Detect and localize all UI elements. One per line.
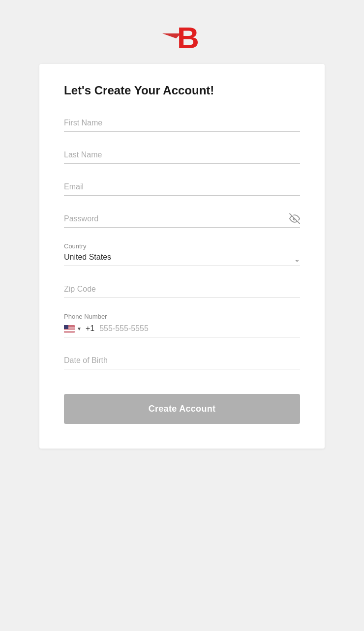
password-input[interactable] xyxy=(64,210,300,228)
email-group xyxy=(64,179,300,196)
first-name-input[interactable] xyxy=(64,115,300,132)
create-account-button[interactable]: Create Account xyxy=(64,394,300,424)
phone-number-group: Phone Number ▼ +1 xyxy=(64,313,300,337)
password-toggle-button[interactable] xyxy=(289,213,300,225)
form-title: Let's Create Your Account! xyxy=(64,84,300,97)
date-of-birth-input[interactable] xyxy=(64,352,300,369)
last-name-group xyxy=(64,147,300,164)
eye-off-icon xyxy=(289,213,300,224)
dob-group xyxy=(64,352,300,369)
country-select[interactable]: United States Canada United Kingdom Aust… xyxy=(64,253,300,261)
form-card: Let's Create Your Account! Country Unite… xyxy=(39,64,325,449)
phone-number-input[interactable] xyxy=(99,324,300,333)
email-input[interactable] xyxy=(64,179,300,196)
svg-text:B: B xyxy=(177,21,199,54)
zip-code-group xyxy=(64,281,300,298)
phone-country-code: +1 xyxy=(86,324,94,333)
first-name-group xyxy=(64,115,300,132)
phone-label: Phone Number xyxy=(64,313,300,320)
zip-code-input[interactable] xyxy=(64,281,300,298)
country-select-wrapper: United States Canada United Kingdom Aust… xyxy=(64,253,300,266)
country-label: Country xyxy=(64,242,300,250)
last-name-input[interactable] xyxy=(64,147,300,164)
password-group xyxy=(64,210,300,228)
phone-dropdown-arrow-icon: ▼ xyxy=(77,326,82,331)
country-group: Country United States Canada United King… xyxy=(64,242,300,266)
password-wrapper xyxy=(64,210,300,228)
brand-logo: B xyxy=(162,15,202,54)
us-flag-icon xyxy=(64,325,75,332)
phone-input-row: ▼ +1 xyxy=(64,324,300,337)
logo-container: B xyxy=(162,15,202,54)
phone-country-selector[interactable]: ▼ xyxy=(64,325,82,332)
